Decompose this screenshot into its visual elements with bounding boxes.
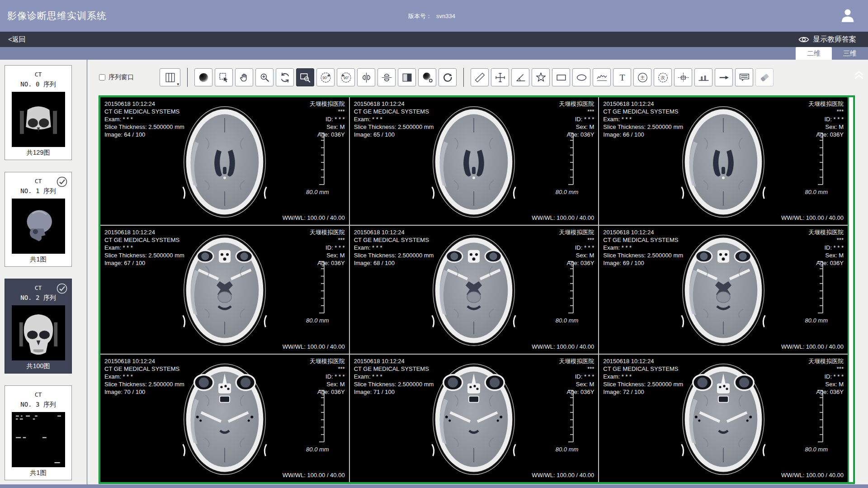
overlay-sex: Sex: M — [310, 123, 345, 131]
series-modality: CT — [5, 391, 71, 398]
overlay-patient-id: ID: * * * — [310, 244, 345, 251]
overlay-age: Age: 036Y — [559, 131, 594, 138]
scale-label: 80.0 mm — [556, 189, 579, 195]
overlay-age: Age: 036Y — [310, 388, 345, 396]
angle-icon — [514, 71, 527, 84]
arrow-icon — [718, 71, 730, 84]
overlay-device: CT GE MEDICAL SYSTEMS — [603, 236, 683, 244]
tool-reset-button[interactable] — [439, 68, 457, 86]
image-cell-0[interactable]: 20150618 10:12:24CT GE MEDICAL SYSTEMSEx… — [100, 97, 349, 225]
tool-arrow-button[interactable] — [715, 68, 733, 86]
checked-icon — [56, 283, 68, 294]
show-answer-button[interactable]: 显示教师答案 — [798, 35, 868, 44]
tool-angle-button[interactable] — [511, 68, 529, 86]
mark-secondary-icon: 次 — [657, 71, 669, 84]
tool-pan-button[interactable] — [235, 68, 253, 86]
overlay-top-right: 天堰模拟医院***ID: * * *Sex: MAge: 036Y — [808, 228, 844, 267]
overlay-stars: *** — [559, 236, 594, 244]
pan-icon — [238, 71, 250, 84]
scale-ruler — [568, 390, 575, 444]
image-cell-4[interactable]: 20150618 10:12:24CT GE MEDICAL SYSTEMSEx… — [350, 226, 599, 353]
tool-eraser-button[interactable] — [755, 68, 774, 86]
collapse-toolbar-icon[interactable] — [854, 71, 864, 80]
toolbar: 序列窗口▾90°90°T主次 — [99, 67, 848, 88]
viewer-scrollbar[interactable] — [848, 97, 853, 482]
series-window-label: 序列窗口 — [108, 73, 134, 81]
svg-text:90°: 90° — [322, 75, 328, 80]
series-card-1[interactable]: CTNO. 1 序列共1图 — [5, 172, 72, 267]
footer-strip — [0, 484, 868, 488]
tool-rotate-right-button[interactable]: 90° — [337, 68, 355, 86]
tool-wl-auto-button[interactable] — [418, 68, 436, 86]
overlay-datetime: 20150618 10:12:24 — [603, 100, 683, 108]
series-name: NO. 1 序列 — [5, 187, 71, 195]
tab-3d[interactable]: 三维 — [832, 47, 868, 60]
tool-refresh-button[interactable] — [276, 68, 294, 86]
series-card-3[interactable]: CTNO. 3 序列共1图 — [5, 385, 72, 480]
tool-flip-v-button[interactable] — [377, 68, 396, 86]
tool-mark-secondary-button[interactable]: 次 — [654, 68, 672, 86]
overlay-device: CT GE MEDICAL SYSTEMS — [603, 365, 683, 373]
image-grid: 20150618 10:12:24CT GE MEDICAL SYSTEMSEx… — [100, 97, 848, 482]
ct-brain-image — [674, 357, 774, 479]
tool-profile-button[interactable] — [694, 68, 712, 86]
tool-zoom-button[interactable] — [255, 68, 274, 86]
series-name: NO. 0 序列 — [5, 81, 71, 89]
series-window-toggle[interactable]: 序列窗口 — [99, 73, 134, 81]
tool-invert-button[interactable] — [398, 68, 416, 86]
tool-layout-button[interactable]: ▾ — [160, 68, 180, 86]
overlay-datetime: 20150618 10:12:24 — [603, 228, 683, 236]
tool-ruler-button[interactable] — [471, 68, 489, 86]
series-thumbnail — [12, 199, 65, 254]
overlay-thickness: Slice Thickness: 2.500000 mm — [104, 380, 184, 388]
mark-main-icon: 主 — [637, 71, 649, 84]
tool-text-button[interactable]: T — [613, 68, 631, 86]
tool-curve-button[interactable] — [593, 68, 611, 86]
invert-icon — [401, 71, 413, 84]
tool-flip-h-button[interactable] — [357, 68, 375, 86]
overlay-age: Age: 036Y — [310, 259, 345, 267]
series-card-2[interactable]: CTNO. 2 序列共100图 — [5, 279, 72, 374]
checked-icon — [56, 176, 68, 188]
image-cell-2[interactable]: 20150618 10:12:24CT GE MEDICAL SYSTEMSEx… — [599, 97, 848, 225]
tool-roi-button[interactable] — [674, 68, 692, 86]
tool-rotate-left-button[interactable]: 90° — [316, 68, 335, 86]
overlay-window-level: WW/WL: 100.00 / 40.00 — [532, 343, 594, 351]
series-card-0[interactable]: CTNO. 0 序列共129图 — [5, 65, 72, 160]
overlay-sex: Sex: M — [310, 251, 345, 259]
overlay-datetime: 20150618 10:12:24 — [104, 100, 184, 108]
overlay-top-left: 20150618 10:12:24CT GE MEDICAL SYSTEMSEx… — [104, 357, 184, 396]
dimension-tabs: 二维三维 — [0, 47, 868, 60]
image-cell-6[interactable]: 20150618 10:12:24CT GE MEDICAL SYSTEMSEx… — [100, 355, 349, 482]
tool-mark-main-button[interactable]: 主 — [633, 68, 651, 86]
overlay-stars: *** — [310, 365, 345, 373]
image-cell-7[interactable]: 20150618 10:12:24CT GE MEDICAL SYSTEMSEx… — [350, 355, 599, 482]
series-window-checkbox[interactable] — [99, 74, 105, 81]
reset-icon — [442, 71, 454, 84]
series-modality: CT — [5, 71, 71, 78]
overlay-exam: Exam: * * * — [104, 373, 184, 380]
ct-brain-image — [175, 100, 274, 223]
svg-text:90°: 90° — [344, 75, 349, 80]
overlay-age: Age: 036Y — [808, 131, 844, 138]
tool-star-button[interactable] — [532, 68, 550, 86]
tool-rect-button[interactable] — [552, 68, 570, 86]
image-cell-1[interactable]: 20150618 10:12:24CT GE MEDICAL SYSTEMSEx… — [350, 97, 599, 225]
image-cell-8[interactable]: 20150618 10:12:24CT GE MEDICAL SYSTEMSEx… — [599, 355, 848, 482]
tool-select-button[interactable] — [215, 68, 233, 86]
user-avatar-icon[interactable] — [839, 7, 856, 24]
scale-ruler — [817, 261, 824, 315]
back-button[interactable]: <返回 — [0, 35, 26, 44]
image-cell-3[interactable]: 20150618 10:12:24CT GE MEDICAL SYSTEMSEx… — [100, 226, 349, 353]
scale-label: 80.0 mm — [556, 446, 579, 453]
overlay-top-right: 天堰模拟医院***ID: * * *Sex: MAge: 036Y — [808, 100, 844, 138]
tool-zoom-rect-button[interactable] — [296, 68, 314, 86]
overlay-image-number: Image: 66 / 100 — [603, 131, 683, 138]
tool-cross-button[interactable] — [491, 68, 509, 86]
image-cell-5[interactable]: 20150618 10:12:24CT GE MEDICAL SYSTEMSEx… — [599, 226, 848, 353]
tool-ellipse-button[interactable] — [572, 68, 590, 86]
tab-2d[interactable]: 二维 — [796, 47, 832, 60]
tool-wl-sphere-button[interactable] — [194, 68, 212, 86]
series-image-count: 共1图 — [5, 469, 71, 477]
tool-comment-button[interactable] — [735, 68, 753, 86]
